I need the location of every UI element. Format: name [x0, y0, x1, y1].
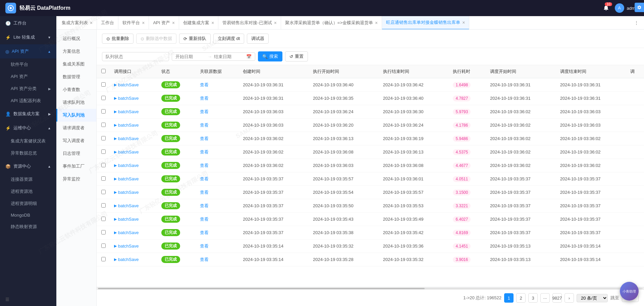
interface-link-11[interactable]: ▶ batchSave	[114, 230, 153, 235]
delete-selected-button[interactable]: ⊙ 删除选中数据	[136, 34, 176, 44]
page-size-select[interactable]: 20 条/页 50 条/页 100 条/页	[577, 294, 608, 302]
sidebar-item-resource-center[interactable]: 📦 资源中心 ▲	[0, 159, 56, 173]
tab-create-close[interactable]: ×	[211, 20, 214, 25]
view-link-13[interactable]: 查看	[200, 257, 209, 262]
status-filter-input[interactable]	[102, 52, 169, 61]
row-checkbox-13[interactable]	[101, 257, 106, 261]
row-checkbox-12[interactable]	[101, 244, 106, 248]
row-checkbox-10[interactable]	[101, 217, 106, 221]
tab-manage-close[interactable]: ×	[274, 20, 277, 25]
tab-wang-close[interactable]: ×	[462, 20, 465, 25]
nav-write-scheduler[interactable]: 写入调度者	[56, 134, 96, 147]
sidebar-item-api[interactable]: ◎ API 资产 ▲	[0, 44, 56, 58]
row-checkbox-5[interactable]	[101, 149, 106, 154]
row-checkbox-0[interactable]	[101, 82, 106, 87]
view-link-5[interactable]: 查看	[200, 149, 209, 155]
interface-link-8[interactable]: ▶ batchSave	[114, 190, 153, 195]
interface-link-2[interactable]: ▶ batchSave	[114, 109, 153, 114]
nav-integration-diagram[interactable]: 集成关系图	[56, 58, 96, 71]
row-checkbox-9[interactable]	[101, 203, 106, 208]
view-link-6[interactable]: 查看	[200, 163, 209, 168]
tab-software-platform[interactable]: 软件平台 ×	[118, 16, 149, 30]
tab-manage-sales[interactable]: 管易销售出库对接-已测试 ×	[218, 16, 281, 30]
interface-link-1[interactable]: ▶ batchSave	[114, 96, 153, 101]
view-link-0[interactable]: 查看	[200, 82, 209, 87]
tabs-more-button[interactable]: ⋮	[630, 20, 643, 25]
page-btn-2[interactable]: 2	[516, 293, 526, 303]
row-checkbox-4[interactable]	[101, 136, 106, 140]
tab-integration-list[interactable]: 集成方案列表 ×	[58, 16, 97, 30]
tab-workbench[interactable]: 工作台	[97, 16, 118, 30]
batch-delete-button[interactable]: ⊙ 批量删除	[102, 34, 133, 44]
tab-juicy-purchase[interactable]: 聚水潭采购退货单（确认）=>金蝶采购退货单 ×	[281, 16, 382, 30]
sidebar-item-health[interactable]: 集成方案健状况表	[0, 135, 56, 147]
view-link-7[interactable]: 查看	[200, 176, 209, 181]
row-checkbox-2[interactable]	[101, 109, 106, 114]
view-link-9[interactable]: 查看	[200, 203, 209, 208]
start-date-input[interactable]	[175, 54, 206, 59]
sidebar-bottom-menu[interactable]: ☰	[0, 293, 56, 306]
nav-xiao-qing[interactable]: 小青查数	[56, 83, 96, 96]
tab-integration-list-close[interactable]: ×	[90, 20, 93, 25]
nav-event-factory[interactable]: 事件加工厂	[56, 160, 96, 173]
reorder-button[interactable]: ⟳ 重新排队	[179, 34, 211, 44]
interface-link-9[interactable]: ▶ batchSave	[114, 203, 153, 208]
row-checkbox-7[interactable]	[101, 176, 106, 181]
assistant-bubble[interactable]: 小青助理	[620, 282, 639, 301]
sidebar-item-api-assets[interactable]: API 资产	[0, 71, 56, 83]
row-checkbox-3[interactable]	[101, 123, 106, 127]
end-date-input[interactable]	[214, 54, 244, 59]
sidebar-item-data-integration[interactable]: 👤 数据集成方案 ▶	[0, 107, 56, 121]
sidebar-item-operation-center[interactable]: ⚡ 运维中心 ▲	[0, 121, 56, 135]
sidebar-item-workbench[interactable]: 🕐 工作台	[0, 16, 56, 30]
search-button[interactable]: 🔍 搜索	[258, 51, 282, 61]
sidebar-item-software-platform[interactable]: 软件平台	[0, 58, 56, 71]
page-next-btn[interactable]: ›	[565, 293, 574, 303]
view-link-8[interactable]: 查看	[200, 190, 209, 195]
sidebar-item-process-pool[interactable]: 进程资源池	[0, 185, 56, 198]
nav-data-management[interactable]: 数据管理	[56, 71, 96, 83]
interface-link-4[interactable]: ▶ batchSave	[114, 136, 153, 141]
interface-link-10[interactable]: ▶ batchSave	[114, 217, 153, 222]
view-link-10[interactable]: 查看	[200, 217, 209, 222]
interface-link-0[interactable]: ▶ batchSave	[114, 82, 153, 87]
sidebar-item-exception-data[interactable]: 异常数据总览	[0, 147, 56, 159]
sidebar-item-mongodb[interactable]: MongoDB	[0, 210, 56, 221]
reset-button[interactable]: ↺ 重置	[285, 51, 308, 61]
view-link-1[interactable]: 查看	[200, 96, 209, 101]
page-btn-last[interactable]: 9827	[552, 293, 562, 303]
view-link-11[interactable]: 查看	[200, 230, 209, 235]
sidebar-item-api-adapter[interactable]: API 适配器列表	[0, 95, 56, 107]
tab-create-integration[interactable]: 创建集成方案 ×	[179, 16, 218, 30]
interface-link-12[interactable]: ▶ batchSave	[114, 244, 153, 249]
interface-link-7[interactable]: ▶ batchSave	[114, 176, 153, 181]
nav-log-management[interactable]: 日志管理	[56, 147, 96, 160]
row-checkbox-11[interactable]	[101, 230, 106, 234]
nav-exception-monitor[interactable]: 异常监控	[56, 173, 96, 185]
page-btn-3[interactable]: 3	[528, 293, 538, 303]
tab-juicy-close[interactable]: ×	[375, 20, 378, 25]
debugger-button[interactable]: 调试器	[247, 34, 269, 44]
nav-request-scheduler[interactable]: 请求调度者	[56, 122, 96, 134]
sidebar-item-api-classification[interactable]: API 资产分类 ▶	[0, 83, 56, 95]
row-checkbox-1[interactable]	[101, 96, 106, 100]
nav-run-overview[interactable]: 运行概况	[56, 32, 96, 45]
sidebar-item-process-detail[interactable]: 进程资源明细	[0, 198, 56, 210]
view-link-4[interactable]: 查看	[200, 136, 209, 141]
tab-wang-sales[interactable]: 旺店通销售出库单对接金蝶销售出库单 ×	[382, 16, 469, 30]
interface-link-3[interactable]: ▶ batchSave	[114, 123, 153, 128]
interface-link-5[interactable]: ▶ batchSave	[114, 149, 153, 155]
view-link-3[interactable]: 查看	[200, 123, 209, 128]
row-checkbox-8[interactable]	[101, 190, 106, 194]
horizontal-scrollbar[interactable]	[97, 287, 644, 290]
sidebar-item-static-mapping[interactable]: 静态映射资源	[0, 221, 56, 233]
sidebar-item-lite[interactable]: ⚡ Lite 轻集成 ▼	[0, 30, 56, 44]
view-link-12[interactable]: 查看	[200, 244, 209, 249]
notification-button[interactable]: 10	[603, 4, 609, 12]
schedule-button[interactable]: 立刻调度 dt	[213, 34, 244, 44]
interface-link-6[interactable]: ▶ batchSave	[114, 163, 153, 168]
tab-software-close[interactable]: ×	[142, 20, 145, 25]
page-btn-1[interactable]: 1	[504, 293, 514, 303]
nav-request-queue[interactable]: 请求队列池	[56, 96, 96, 109]
interface-link-13[interactable]: ▶ batchSave	[114, 257, 153, 262]
